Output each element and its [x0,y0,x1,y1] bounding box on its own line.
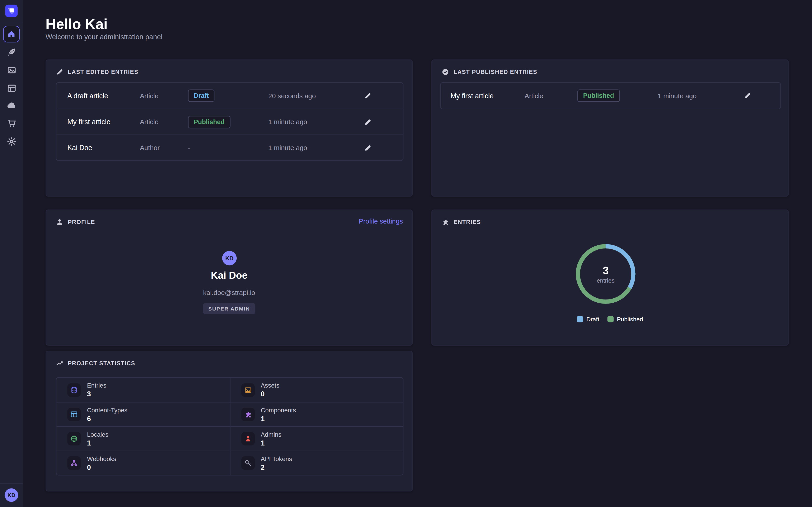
entry-time: 20 seconds ago [268,92,364,100]
cart-icon [7,119,16,127]
card-title: LAST PUBLISHED ENTRIES [454,69,537,75]
card-title: PROJECT STATISTICS [68,360,135,367]
published-swatch [608,316,614,323]
status-empty: - [188,144,268,152]
entry-type: Author [140,144,188,152]
sidebar-item-settings[interactable] [4,134,18,149]
strapi-logo[interactable] [5,5,17,17]
donut-legend: Draft Published [432,316,788,323]
stat-value: 1 [261,439,282,447]
edit-entry-button[interactable] [364,118,403,125]
stat-value: 1 [261,414,296,422]
entry-name: Kai Doe [67,144,140,152]
card-title: PROFILE [68,219,95,225]
layout-icon [7,83,16,93]
last-edited-table: A draft article Article Draft 20 seconds… [56,82,404,161]
stat-value: 0 [87,463,116,471]
card-title: ENTRIES [454,219,481,225]
pencil-icon [364,118,371,125]
sidebar-item-cloud[interactable] [4,98,18,113]
sidebar-item-home[interactable] [3,26,19,42]
profile-avatar: KD [222,251,237,266]
status-badge: Published [188,116,268,128]
entries-count-label: entries [597,277,614,284]
stat-label: Webhooks [87,455,116,462]
sidebar-item-marketplace[interactable] [4,116,18,130]
entries-header: ENTRIES [442,218,481,226]
sidebar-user-avatar[interactable]: KD [5,488,18,502]
stat-label: Components [261,406,296,413]
entry-name: A draft article [67,92,140,100]
project-statistics-grid: Entries 3 Assets 0 [56,377,404,475]
sidebar-item-content-type-builder[interactable] [4,81,18,95]
stat-value: 1 [87,439,108,447]
pencil-icon [364,92,371,99]
stat-locales: Locales 1 [56,426,230,451]
edit-entry-button[interactable] [364,144,403,151]
stat-content-types: Content-Types 6 [56,402,230,426]
stat-api-tokens: API Tokens 2 [230,451,403,475]
strapi-logo-icon [5,5,17,17]
puzzle-icon [241,408,255,421]
sidebar-item-content-manager[interactable] [4,44,18,59]
last-published-entries-card: LAST PUBLISHED ENTRIES My first article … [431,59,789,196]
donut-center: 3 entries [573,241,639,307]
card-title: LAST EDITED ENTRIES [68,69,139,75]
last-published-entries-header: LAST PUBLISHED ENTRIES [442,68,537,75]
key-icon [241,456,255,470]
legend-item-published: Published [608,316,643,323]
profile-name: Kai Doe [46,270,412,281]
entry-time: 1 minute ago [658,92,744,100]
profile-settings-link[interactable]: Profile settings [359,217,403,225]
entry-type: Article [140,92,188,100]
role-badge: SUPER ADMIN [203,303,255,314]
layout-icon [67,408,81,421]
last-published-table: My first article Article Published 1 min… [440,82,781,109]
edit-entry-button[interactable] [744,92,780,99]
feather-icon [7,47,16,56]
profile-email: kai.doe@strapi.io [46,289,412,296]
profile-role-wrap: SUPER ADMIN [46,303,412,314]
stat-value: 2 [261,463,292,471]
legend-label: Draft [587,316,599,323]
stat-components: Components 1 [230,402,403,426]
stat-value: 3 [87,390,106,398]
entry-time: 1 minute ago [268,144,364,152]
entry-name: My first article [67,118,140,125]
entry-name: My first article [450,92,524,100]
legend-item-draft: Draft [577,316,599,323]
strapi-admin-dashboard: KD Hello Kai Welcome to your administrat… [0,0,812,507]
media-icon [7,65,16,74]
page-title: Hello Kai [46,16,108,33]
stat-label: Locales [87,431,108,438]
entries-donut-chart: 3 entries [573,241,639,307]
globe-icon [67,432,81,446]
entries-card: ENTRIES 3 entries Draft Published [431,210,789,346]
stat-value: 6 [87,414,128,422]
stat-label: Admins [261,431,282,438]
stat-label: Assets [261,382,280,389]
image-icon [241,383,255,397]
sidebar: KD [0,0,23,507]
last-edited-entries-card: LAST EDITED ENTRIES A draft article Arti… [46,59,413,196]
table-row: My first article Article Published 1 min… [56,109,403,134]
edit-entry-button[interactable] [364,92,403,99]
table-row: A draft article Article Draft 20 seconds… [56,83,403,109]
sidebar-item-media-library[interactable] [4,63,18,77]
stat-entries: Entries 3 [56,378,230,402]
status-badge: Draft [188,90,268,102]
last-edited-entries-header: LAST EDITED ENTRIES [56,68,138,75]
legend-label: Published [617,316,643,323]
webhook-icon [67,456,81,470]
profile-card: PROFILE Profile settings KD Kai Doe kai.… [46,210,413,346]
puzzle-icon [442,218,449,226]
gear-icon [7,137,16,146]
stat-label: Content-Types [87,406,128,413]
draft-swatch [577,316,583,323]
table-row: Kai Doe Author - 1 minute ago [56,134,403,160]
stat-label: Entries [87,382,106,389]
project-statistics-card: PROJECT STATISTICS Entries 3 [46,351,413,492]
table-row: My first article Article Published 1 min… [441,83,780,109]
stat-label: API Tokens [261,455,292,462]
pencil-icon [56,68,63,75]
